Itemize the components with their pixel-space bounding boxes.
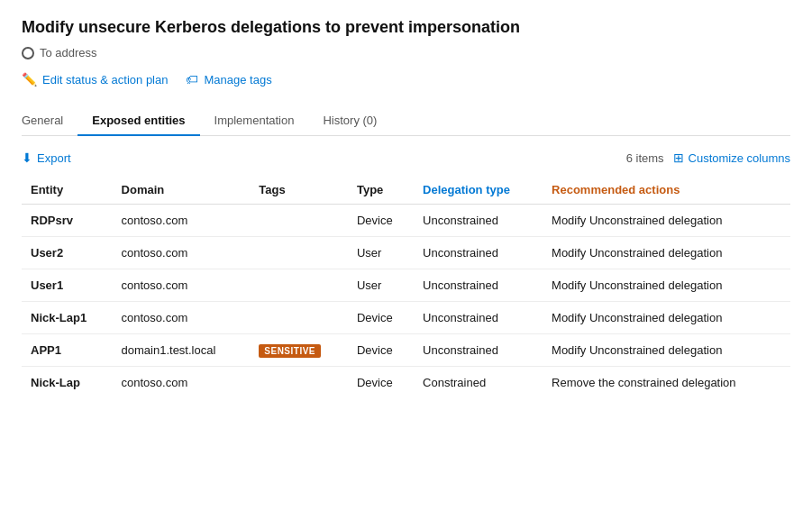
tab-implementation[interactable]: Implementation: [200, 106, 309, 136]
cell-recommended-actions: Modify Unconstrained delegation: [543, 334, 790, 367]
export-label: Export: [37, 151, 71, 165]
cell-entity[interactable]: User2: [22, 237, 113, 269]
manage-tags-button[interactable]: 🏷 Manage tags: [186, 72, 271, 87]
table-row: APP1domain1.test.localSENSITIVEDeviceUnc…: [22, 334, 790, 367]
cell-domain: contoso.com: [113, 302, 251, 334]
status-radio-icon: [22, 47, 34, 59]
customize-label: Customize columns: [689, 151, 790, 165]
table-header-row: Entity Domain Tags Type Delegation type …: [22, 176, 790, 205]
cell-entity[interactable]: Nick-Lap: [22, 367, 113, 399]
col-header-entity: Entity: [22, 176, 113, 205]
cell-tags: [250, 237, 348, 269]
col-header-tags: Tags: [250, 176, 348, 205]
entity-name: Nick-Lap1: [31, 311, 87, 324]
entity-name: APP1: [31, 343, 61, 357]
tags-icon: 🏷: [186, 72, 198, 87]
entity-name: User1: [31, 278, 63, 292]
items-count: 6 items: [626, 151, 664, 165]
page-title: Modify unsecure Kerberos delegations to …: [22, 18, 790, 37]
edit-status-label: Edit status & action plan: [42, 73, 168, 87]
cell-tags: [250, 205, 348, 237]
cell-delegation-type: Unconstrained: [414, 302, 543, 334]
customize-columns-button[interactable]: ⊞ Customize columns: [673, 150, 790, 165]
cell-domain: contoso.com: [113, 205, 251, 237]
cell-tags: [250, 302, 348, 334]
cell-domain: contoso.com: [113, 237, 251, 269]
tab-exposed-entities[interactable]: Exposed entities: [78, 106, 199, 136]
cell-type: User: [348, 269, 414, 302]
export-icon: ⬇: [22, 150, 32, 165]
cell-delegation-type: Constrained: [414, 367, 543, 399]
cell-type: User: [348, 237, 414, 269]
export-button[interactable]: ⬇ Export: [22, 150, 71, 165]
edit-icon: ✏️: [22, 72, 37, 87]
cell-delegation-type: Unconstrained: [414, 205, 543, 237]
tabs: General Exposed entities Implementation …: [22, 106, 790, 136]
col-header-domain: Domain: [113, 176, 251, 205]
table-row: RDPsrvcontoso.comDeviceUnconstrainedModi…: [22, 205, 790, 237]
table-row: Nick-Lapcontoso.comDeviceConstrainedRemo…: [22, 367, 790, 399]
toolbar-right: 6 items ⊞ Customize columns: [626, 150, 790, 165]
cell-delegation-type: Unconstrained: [414, 334, 543, 367]
cell-entity[interactable]: RDPsrv: [22, 205, 113, 237]
customize-icon: ⊞: [673, 150, 684, 165]
cell-recommended-actions: Modify Unconstrained delegation: [543, 269, 790, 302]
col-header-recommended-actions: Recommended actions: [543, 176, 790, 205]
cell-entity[interactable]: User1: [22, 269, 113, 302]
entity-name: Nick-Lap: [31, 376, 80, 389]
manage-tags-label: Manage tags: [204, 73, 271, 87]
tab-general[interactable]: General: [22, 106, 78, 136]
cell-recommended-actions: Modify Unconstrained delegation: [543, 237, 790, 269]
data-table: Entity Domain Tags Type Delegation type …: [22, 176, 790, 398]
status-label: To address: [40, 46, 97, 59]
table-row: Nick-Lap1contoso.comDeviceUnconstrainedM…: [22, 302, 790, 334]
cell-delegation-type: Unconstrained: [414, 269, 543, 302]
cell-tags: [250, 367, 348, 399]
sensitive-badge: SENSITIVE: [259, 344, 321, 358]
cell-entity[interactable]: Nick-Lap1: [22, 302, 113, 334]
col-header-type: Type: [348, 176, 414, 205]
cell-recommended-actions: Remove the constrained delegation: [543, 367, 790, 399]
cell-recommended-actions: Modify Unconstrained delegation: [543, 205, 790, 237]
toolbar: ⬇ Export 6 items ⊞ Customize columns: [22, 150, 790, 165]
cell-tags: SENSITIVE: [250, 334, 348, 367]
cell-type: Device: [348, 367, 414, 399]
cell-domain: domain1.test.local: [113, 334, 251, 367]
entity-name: User2: [31, 246, 63, 260]
cell-delegation-type: Unconstrained: [414, 237, 543, 269]
cell-domain: contoso.com: [113, 367, 251, 399]
cell-entity[interactable]: APP1: [22, 334, 113, 367]
cell-recommended-actions: Modify Unconstrained delegation: [543, 302, 790, 334]
cell-tags: [250, 269, 348, 302]
table-row: User1contoso.comUserUnconstrainedModify …: [22, 269, 790, 302]
cell-type: Device: [348, 205, 414, 237]
col-header-delegation-type: Delegation type: [414, 176, 543, 205]
tab-history[interactable]: History (0): [308, 106, 391, 136]
status-row: To address: [22, 46, 790, 59]
edit-status-button[interactable]: ✏️ Edit status & action plan: [22, 72, 168, 87]
table-row: User2contoso.comUserUnconstrainedModify …: [22, 237, 790, 269]
entity-name: RDPsrv: [31, 214, 73, 227]
cell-type: Device: [348, 302, 414, 334]
action-bar: ✏️ Edit status & action plan 🏷 Manage ta…: [22, 72, 790, 90]
cell-type: Device: [348, 334, 414, 367]
cell-domain: contoso.com: [113, 269, 251, 302]
